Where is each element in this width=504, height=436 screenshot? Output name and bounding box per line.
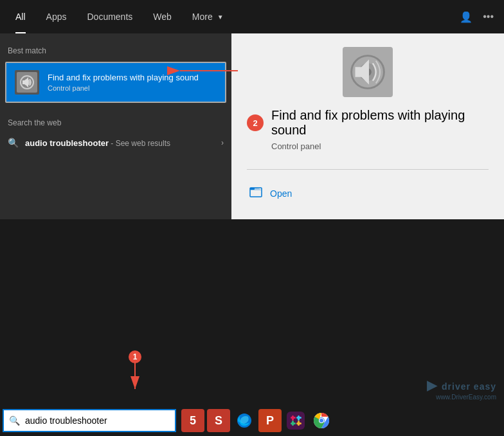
step-badge-2: 2 [247,114,264,131]
svg-point-29 [320,419,323,422]
svg-text:1: 1 [133,352,138,361]
detail-title: Find and fix problems with playing sound [271,108,489,138]
taskbar-app-2[interactable]: S [207,409,230,432]
tab-web[interactable]: Web [143,0,182,33]
tab-apps-label: Apps [46,12,67,22]
more-options-icon[interactable]: ••• [483,11,494,23]
web-search-label: Search the web [0,113,231,131]
web-search-keyword: audio troubleshooter [25,138,109,148]
chevron-right-icon: › [221,138,224,147]
taskbar-app-1[interactable]: 5 [181,409,204,432]
taskbar: 🔍 5 S P [0,405,504,436]
person-icon[interactable]: 👤 [460,11,473,23]
taskbar-app-edge[interactable] [233,409,256,432]
search-input[interactable] [25,415,170,426]
main-content: Best match Find and fix problems with pl… [0,33,504,219]
svg-point-13 [129,350,141,363]
taskbar-app-powerpoint[interactable]: P [258,409,282,432]
tab-more-label: More [192,12,213,22]
best-match-text: Find and fix problems with playing sound… [48,73,217,93]
tab-all[interactable]: All [5,0,36,33]
left-panel: Best match Find and fix problems with pl… [0,33,231,219]
open-icon [249,185,262,201]
search-box-icon: 🔍 [9,415,20,426]
svg-rect-19 [291,417,296,419]
action-open-label: Open [270,188,292,199]
best-match-subtitle: Control panel [48,84,217,92]
svg-rect-21 [296,417,302,419]
tab-bar-actions: 👤 ••• [460,11,499,23]
tab-all-label: All [15,12,26,22]
svg-rect-17 [287,412,305,430]
watermark-text: driver easy [442,381,496,392]
best-match-icon-wrapper [14,69,40,95]
svg-rect-25 [296,422,302,424]
web-search-section: Search the web 🔍 audio troubleshooter - … [0,113,231,154]
detail-subtitle: Control panel [271,141,489,151]
divider [247,169,489,170]
taskbar-apps: 5 S P [181,409,333,432]
tab-more[interactable]: More ▼ [182,0,234,33]
detail-title-row: 2 Find and fix problems with playing sou… [247,108,489,138]
best-match-label: Best match [0,41,231,59]
chevron-down-icon: ▼ [217,14,224,21]
detail-icon-area [247,46,489,98]
tab-documents[interactable]: Documents [76,0,143,33]
speaker-icon-small [15,70,39,95]
detail-speaker-icon [342,46,393,98]
best-match-item[interactable]: Find and fix problems with playing sound… [5,62,226,103]
svg-rect-23 [291,422,296,424]
tab-bar: All Apps Documents Web More ▼ 👤 ••• [0,0,504,33]
web-search-suffix: - See web results [109,139,170,148]
watermark: ▶ driver easy www.DriverEasy.com [427,377,496,401]
search-icon-small: 🔍 [8,138,19,148]
search-box[interactable]: 🔍 [3,409,176,432]
right-panel: 2 Find and fix problems with playing sou… [231,33,504,219]
tab-documents-label: Documents [87,12,132,22]
watermark-url: www.DriverEasy.com [427,394,496,401]
arrow-annotation-1: 1 [103,350,167,402]
tab-apps[interactable]: Apps [36,0,77,33]
watermark-brand: ▶ driver easy [427,377,496,394]
web-search-text: audio troubleshooter - See web results [25,138,215,148]
action-open[interactable]: Open [247,180,489,206]
best-match-title: Find and fix problems with playing sound [48,73,217,84]
svg-rect-10 [250,188,255,190]
tab-web-label: Web [153,12,172,22]
web-search-item[interactable]: 🔍 audio troubleshooter - See web results… [0,131,231,154]
taskbar-app-slack[interactable] [284,409,307,432]
taskbar-app-chrome[interactable] [310,409,333,432]
